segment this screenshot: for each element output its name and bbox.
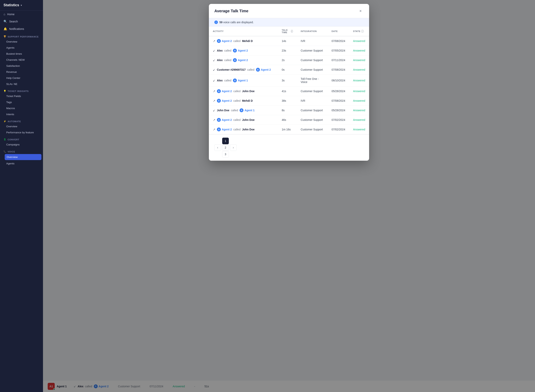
row-4-integration: Toll Free One - Voice: [297, 75, 328, 86]
search-icon: 🔍: [4, 20, 7, 23]
row-5-date: 05/28/2024: [328, 86, 349, 96]
row-9-integration: Customer Support: [297, 125, 328, 134]
sidebar-item-label-slas: SLAs: [6, 83, 13, 85]
row-5-target: John Doe: [242, 90, 255, 93]
page-1-button[interactable]: 1: [222, 138, 229, 144]
row-9-target: John Doe: [242, 128, 255, 131]
sidebar-nav-label-notifications: Notifications: [9, 27, 24, 30]
sidebar-item-label-performance-by-feature: Performance by feature: [6, 131, 34, 134]
table-row: ↙ Alex called AAgent 1 3sToll Free One -…: [209, 75, 369, 86]
sidebar-item-satisfaction[interactable]: Satisfaction: [0, 63, 43, 69]
row-5-actor-avatar: A: [217, 89, 221, 93]
row-6-actor-agent[interactable]: AAgent 2: [217, 99, 232, 103]
sidebar-item-automate-overview[interactable]: Overview: [0, 123, 43, 129]
row-1-date: 07/05/2024: [328, 46, 349, 56]
sidebar-item-intents[interactable]: Intents: [0, 111, 43, 117]
sidebar-item-label-intents: Intents: [6, 113, 14, 116]
sidebar-item-tags[interactable]: Tags: [0, 99, 43, 105]
page-3-button[interactable]: 3: [222, 151, 229, 158]
row-0-verb: called: [233, 39, 241, 42]
sidebar-item-label-revenue: Revenue: [6, 70, 17, 73]
row-4-date: 06/10/2024: [328, 75, 349, 86]
sidebar-item-performance-by-feature[interactable]: Performance by feature: [0, 129, 43, 135]
sidebar-item-ticket-fields[interactable]: Ticket Fields: [0, 93, 43, 99]
modal-title: Average Talk Time: [214, 9, 248, 13]
row-0-direction-icon: ↗: [213, 39, 215, 43]
row-5-direction-icon: ↗: [213, 89, 215, 93]
sidebar-item-label-automate-overview: Overview: [6, 125, 17, 128]
row-5-integration: Customer Support: [297, 86, 328, 96]
sidebar-item-voice-overview[interactable]: Overview: [5, 154, 41, 160]
prev-page-button[interactable]: ‹: [214, 144, 221, 151]
sidebar-item-busiest-times[interactable]: Busiest times: [0, 51, 43, 57]
table-row: ↗ AAgent 2 called John Doe 41sCustomer S…: [209, 86, 369, 96]
section-icon-convert: 💲: [4, 138, 6, 141]
modal-header: Average Talk Time ×: [209, 4, 369, 18]
row-4-target-agent[interactable]: AAgent 1: [233, 79, 248, 82]
row-8-actor-agent[interactable]: AAgent 2: [217, 118, 232, 122]
sidebar-item-voice-agents[interactable]: Agents: [0, 160, 43, 167]
col-label-integration: INTEGRATION: [301, 30, 317, 33]
row-0-integration: IVR: [297, 36, 328, 46]
row-7-target-agent[interactable]: AAgent 1: [240, 108, 254, 112]
sidebar-section-automate: ⚡AUTOMATE: [0, 117, 43, 123]
row-9-activity: ↗ AAgent 2 called John Doe: [209, 125, 278, 134]
row-2-target-agent[interactable]: AAgent 2: [233, 58, 248, 62]
row-9-verb: called: [233, 128, 241, 131]
row-5-state: Answered: [349, 86, 369, 96]
next-page-button[interactable]: ›: [230, 144, 237, 151]
sidebar-item-macros[interactable]: Macros: [0, 105, 43, 111]
row-8-actor-avatar: A: [217, 118, 221, 122]
sidebar-nav-notifications[interactable]: 🔔Notifications: [0, 25, 43, 33]
sidebar-item-overview[interactable]: Overview: [0, 39, 43, 45]
row-7-state: Answered: [349, 106, 369, 115]
sidebar-item-label-help-center: Help Center: [6, 77, 20, 79]
row-3-state: Answered: [349, 65, 369, 75]
sidebar-item-revenue[interactable]: Revenue: [0, 69, 43, 75]
row-5-actor-agent[interactable]: AAgent 2: [217, 89, 232, 93]
col-header-state: STATEi: [349, 27, 369, 36]
sidebar-section-ticket-insights: 💡TICKET INSIGHTS: [0, 87, 43, 93]
row-6-direction-icon: ↗: [213, 99, 215, 103]
row-0-state: Answered: [349, 36, 369, 46]
row-7-target-avatar: A: [240, 108, 243, 112]
calls-table: ACTIVITYTALK TIMEiINTEGRATIONDATESTATEi …: [209, 27, 369, 134]
col-header-date: DATE: [328, 27, 349, 36]
row-6-activity: ↗ AAgent 2 called Mehdi D: [209, 96, 278, 106]
row-3-target-agent[interactable]: AAgent 2: [256, 68, 271, 72]
row-1-state: Answered: [349, 46, 369, 56]
section-label-convert: CONVERT: [8, 138, 19, 141]
sidebar-item-channels[interactable]: ChannelsNEW: [0, 57, 43, 63]
badge-channels: NEW: [19, 58, 25, 61]
sidebar-item-slas[interactable]: SLAsNE: [0, 81, 43, 87]
row-0-actor-avatar: A: [217, 39, 221, 43]
row-6-date: 07/08/2024: [328, 96, 349, 106]
table-row: ↙ Alex called AAgent 2 23sCustomer Suppo…: [209, 46, 369, 56]
row-2-verb: called: [224, 59, 232, 62]
section-label-voice: VOICE: [8, 150, 15, 153]
row-7-date: 05/28/2024: [328, 106, 349, 115]
row-0-actor-agent[interactable]: AAgent 2: [217, 39, 232, 43]
row-0-date: 07/08/2024: [328, 36, 349, 46]
sidebar-item-label-macros: Macros: [6, 107, 15, 110]
sidebar-item-label-voice-agents: Agents: [6, 162, 14, 165]
row-9-actor-agent[interactable]: AAgent 2: [217, 127, 232, 131]
row-8-talk-time: 46s: [278, 115, 297, 125]
info-count: 59: [219, 21, 223, 24]
table-row: ↗ AAgent 2 called John Doe 46sCustomer S…: [209, 115, 369, 125]
row-4-actor: Alex: [217, 79, 223, 82]
row-8-direction-icon: ↗: [213, 118, 215, 122]
page-2-button[interactable]: 2: [222, 144, 229, 151]
sidebar-nav-home[interactable]: ⌂Home: [0, 10, 43, 18]
modal-close-button[interactable]: ×: [357, 8, 364, 14]
sidebar-nav-search[interactable]: 🔍Search: [0, 18, 43, 25]
sidebar-item-help-center[interactable]: Help Center: [0, 75, 43, 81]
modal-overlay: Average Talk Time × i 59 voice calls are…: [43, 0, 535, 392]
row-1-target-agent[interactable]: AAgent 2: [233, 49, 248, 52]
row-1-talk-time: 23s: [278, 46, 297, 56]
sidebar-item-agents[interactable]: Agents: [0, 45, 43, 51]
section-label-support-performance: SUPPORT PERFORMANCE: [8, 36, 39, 38]
row-4-verb: called: [224, 79, 232, 82]
col-header-talk-time: TALK TIMEi: [278, 27, 297, 36]
sidebar-item-campaigns[interactable]: Campaigns: [0, 141, 43, 148]
